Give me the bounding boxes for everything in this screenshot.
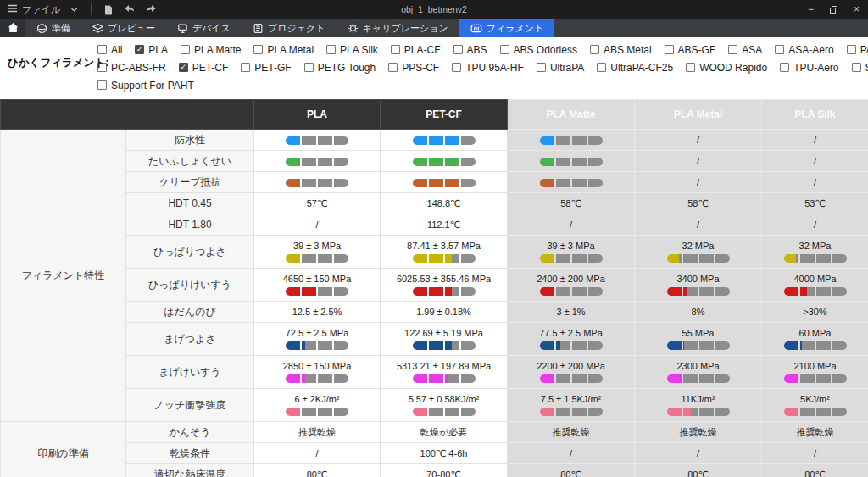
filament-filter-option[interactable]: WOOD Rapido <box>686 62 767 74</box>
filament-filter-option[interactable]: TPU-Aero <box>780 62 838 74</box>
row-label: まげつよさ <box>126 323 254 356</box>
tab-フィラメント[interactable]: フィラメント <box>459 19 555 37</box>
value-cell <box>508 172 635 193</box>
filament-filter-option[interactable]: ✓PET-CF <box>179 62 229 74</box>
tab-プロジェクト[interactable]: プロジェクト <box>242 19 337 37</box>
compare-table: PLAPET-CFPLA MattePLA MetalPLA Silkフィラメン… <box>0 99 868 477</box>
value-cell: / <box>254 214 381 236</box>
filament-filter-option[interactable]: TPU 95A-HF <box>452 62 524 74</box>
tab-プレビュー[interactable]: プレビュー <box>81 19 166 37</box>
rating-bar <box>413 287 476 296</box>
filament-filter-option[interactable]: PLA Metal <box>253 44 314 56</box>
tab-デバイス[interactable]: デバイス <box>166 19 242 37</box>
filter-option-label: ABS Metal <box>604 44 652 56</box>
filament-filter-option[interactable]: ABS <box>453 44 487 56</box>
cell-value: 推奨乾燥 <box>508 427 634 438</box>
checkbox-icon <box>97 45 107 54</box>
cell-value: 推奨乾燥 <box>762 427 868 438</box>
cell-value: / <box>254 219 380 230</box>
checkbox-icon <box>453 45 463 54</box>
cell-value: 112.1℃ <box>381 219 507 230</box>
filament-filter-option[interactable]: PPS-CF <box>388 62 439 74</box>
value-cell: 1.99 ± 0.18% <box>381 302 508 323</box>
tab-label: プロジェクト <box>268 22 326 35</box>
home-button[interactable] <box>0 19 25 37</box>
cell-value: / <box>254 448 380 459</box>
cell-value: 6 ± 2KJ/m² <box>254 394 380 405</box>
filament-filter-option[interactable]: Support For PAHT <box>97 80 194 92</box>
column-header: PLA Matte <box>508 100 635 130</box>
save-icon[interactable] <box>101 2 116 17</box>
filter-option-label: All <box>111 44 122 56</box>
cell-value: 2200 ± 200 MPa <box>508 361 634 372</box>
close-button[interactable]: × <box>845 0 868 19</box>
file-menu-button[interactable]: ファイル <box>8 3 60 16</box>
checkbox-icon <box>452 63 461 72</box>
value-cell: 5313.21 ± 197.89 MPa <box>381 356 508 389</box>
value-cell: / <box>508 214 635 236</box>
minimize-button[interactable]: − <box>799 0 822 19</box>
restore-button[interactable] <box>822 0 845 19</box>
filament-filter-option[interactable]: All <box>97 44 122 56</box>
cell-value: / <box>762 219 868 230</box>
cell-value: 58℃ <box>635 198 761 209</box>
redo-icon[interactable] <box>143 2 159 17</box>
chevron-down-icon[interactable] <box>66 2 81 17</box>
filter-option-label: ASA <box>742 44 762 56</box>
row-label: かんそう <box>126 422 254 443</box>
table-row: まげつよさ72.5 ± 2.5 MPa122.69 ± 5.19 MPa77.5… <box>1 323 868 356</box>
filament-filter-option[interactable]: ABS-GF <box>665 44 716 56</box>
filament-filter-option[interactable]: ASA <box>728 44 762 56</box>
cell-value: / <box>635 177 761 188</box>
table-row: ひっぱりけいすう4650 ± 150 MPa6025.53 ± 355.46 M… <box>1 269 868 302</box>
rating-bar <box>540 374 603 383</box>
filament-filter-option[interactable]: PA12-CF <box>847 44 868 56</box>
cell-value: 32 MPa <box>635 241 761 252</box>
rating-bar <box>540 287 603 296</box>
value-cell: / <box>635 443 762 464</box>
checkbox-icon <box>780 63 789 72</box>
undo-icon[interactable] <box>122 2 137 17</box>
filament-filter-option[interactable]: UltraPA <box>537 62 584 74</box>
tab-キャリブレーション[interactable]: キャリブレーション <box>337 19 459 37</box>
tab-準備[interactable]: 準備 <box>25 19 81 37</box>
filter-option-label: PLA Silk <box>340 44 378 56</box>
value-cell: 87.41 ± 3.57 MPa <box>381 236 508 269</box>
value-cell: 6025.53 ± 355.46 MPa <box>381 269 508 302</box>
rating-bar <box>286 179 348 187</box>
cell-value: 122.69 ± 5.19 MPa <box>381 328 507 339</box>
cell-value: 推奨乾燥 <box>254 427 380 438</box>
cell-value: 57℃ <box>254 198 380 209</box>
filament-filter-option[interactable]: PETG Tough <box>304 62 376 74</box>
filament-filter-option[interactable]: ABS Odorless <box>500 44 577 56</box>
filament-filter-option[interactable]: PLA-CF <box>391 44 441 56</box>
checkbox-icon <box>597 63 606 72</box>
filament-filter-option[interactable]: ASA-Aero <box>775 44 833 56</box>
filter-option-label: PLA <box>148 44 168 56</box>
filter-option-label: PPS-CF <box>402 62 439 74</box>
filter-option-label: UltraPA-CF25 <box>610 62 673 74</box>
filament-filter-option[interactable]: ✓PLA <box>135 44 168 56</box>
value-cell: 32 MPa <box>762 236 868 269</box>
filament-filter-option[interactable]: PLA Silk <box>326 44 378 56</box>
filament-filter-option[interactable]: Support For PET/PA <box>852 62 868 74</box>
cell-value: 148.8℃ <box>381 198 507 209</box>
filter-option-label: UltraPA <box>550 62 584 74</box>
value-cell: 58℃ <box>635 193 762 214</box>
cell-value: 7.5 ± 1.5KJ/m² <box>508 394 634 405</box>
filament-filter-option[interactable]: ABS Metal <box>590 44 652 56</box>
filament-filter-option[interactable]: PLA Matte <box>181 44 241 56</box>
value-cell: / <box>508 443 635 464</box>
file-menu-label: ファイル <box>22 3 60 16</box>
checkbox-icon <box>304 63 314 72</box>
filament-filter-option[interactable]: PET-GF <box>241 62 291 74</box>
value-cell: / <box>635 172 762 193</box>
table-row: たいふしょくせい// <box>1 151 868 172</box>
value-cell <box>254 151 381 172</box>
value-cell: 推奨乾燥 <box>508 422 635 443</box>
value-cell <box>381 172 508 193</box>
cell-value: 77.5 ± 2.5 MPa <box>508 328 634 339</box>
filament-filter-option[interactable]: UltraPA-CF25 <box>597 62 673 74</box>
cell-value: 3 ± 1% <box>508 307 634 318</box>
value-cell: 4000 MPa <box>762 269 868 302</box>
